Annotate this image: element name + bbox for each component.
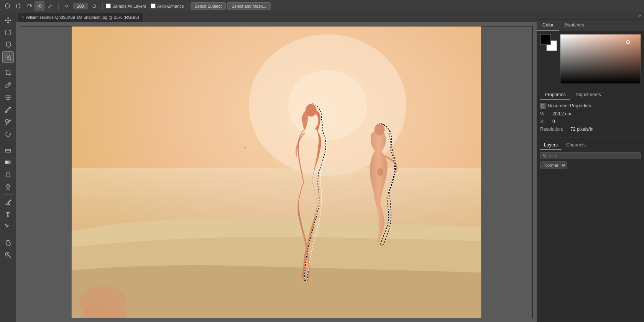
healing-tool[interactable] — [2, 92, 14, 103]
sample-all-layers-checkbox[interactable] — [106, 3, 111, 8]
doc-properties-row: Document Properties — [540, 103, 641, 109]
layers-tabbar: Layers Channels — [540, 141, 641, 150]
tool-sep-3 — [3, 194, 13, 195]
toolbar-sep-2 — [102, 2, 103, 10]
right-panel: « Color Swatches — [537, 12, 644, 322]
collapse-icon: « — [638, 13, 641, 19]
tool-sep-2 — [3, 142, 13, 142]
dodge-tool[interactable] — [2, 181, 14, 192]
svg-rect-38 — [560, 34, 641, 84]
color-swatches-tabbar: Color Swatches — [537, 20, 644, 31]
svg-point-11 — [7, 56, 9, 58]
properties-tabbar: Properties Adjustments — [540, 90, 641, 100]
brush-tool[interactable] — [2, 104, 14, 115]
color-gradient[interactable] — [560, 34, 641, 84]
x-value: 0 — [552, 119, 555, 124]
brush-size-plus[interactable] — [89, 1, 99, 11]
eyedropper-tool[interactable] — [2, 79, 14, 91]
main-area: T × william-recinos-Q — [0, 12, 644, 322]
size-control: 100 — [62, 1, 99, 11]
canvas-content[interactable] — [16, 22, 537, 322]
document-tab-title: william-recinos-Qnd9uX6d-sM-unsplash.jpg… — [26, 15, 139, 20]
blend-mode-row: Normal — [540, 161, 641, 169]
color-tab[interactable]: Color — [537, 20, 559, 31]
layers-tab[interactable]: Layers — [540, 141, 562, 150]
toolbar-sep-3 — [187, 2, 187, 10]
path-select-tool[interactable] — [2, 221, 14, 233]
channels-tab[interactable]: Channels — [562, 141, 590, 150]
svg-line-12 — [10, 59, 11, 60]
layers-panel: Layers Channels Normal — [537, 137, 644, 322]
resolution-label: Resolution: — [540, 127, 569, 132]
x-label: X: — [540, 119, 551, 124]
move-tool[interactable] — [2, 15, 14, 26]
svg-point-26 — [288, 70, 367, 141]
properties-tab[interactable]: Properties — [540, 90, 570, 100]
blend-mode-select[interactable]: Normal — [540, 161, 567, 169]
tool-sep-4 — [3, 235, 13, 235]
svg-point-41 — [543, 154, 546, 157]
svg-point-16 — [5, 119, 8, 122]
canvas-area: × william-recinos-Qnd9uX6d-sM-unsplash.j… — [16, 12, 537, 322]
history-tool[interactable] — [2, 128, 14, 140]
svg-line-6 — [51, 3, 52, 4]
toolbar-sep-1 — [58, 2, 59, 10]
brush-size-minus[interactable] — [62, 1, 72, 11]
svg-point-7 — [66, 5, 68, 7]
marquee-tool[interactable] — [2, 27, 14, 38]
svg-point-19 — [7, 184, 10, 187]
quick-sel-tool[interactable] — [2, 51, 14, 63]
brush-size-value[interactable]: 100 — [73, 3, 88, 10]
panel-collapse-btn[interactable]: « — [537, 12, 644, 20]
magnetic-lasso-btn[interactable] — [24, 1, 34, 11]
auto-enhance-checkbox[interactable] — [151, 3, 156, 8]
magic-wand-btn[interactable] — [45, 1, 55, 11]
layers-search-input[interactable] — [549, 153, 638, 158]
layers-search-box[interactable] — [540, 152, 641, 159]
blur-tool[interactable] — [2, 169, 14, 180]
adjustments-tab[interactable]: Adjustments — [571, 90, 606, 100]
lasso-tool-left[interactable] — [2, 39, 14, 51]
foreground-color-box[interactable] — [540, 34, 551, 45]
svg-point-36 — [244, 147, 246, 148]
svg-rect-18 — [5, 161, 11, 164]
svg-line-21 — [9, 256, 11, 258]
svg-line-13 — [8, 83, 10, 85]
tab-close-btn[interactable]: × — [22, 15, 24, 20]
clone-tool[interactable] — [2, 116, 14, 128]
pen-tool[interactable] — [2, 197, 14, 208]
fg-bg-color-selector[interactable] — [540, 34, 557, 51]
zoom-tool[interactable] — [2, 249, 14, 261]
svg-line-3 — [48, 5, 51, 8]
color-panel — [537, 31, 644, 87]
svg-rect-40 — [542, 104, 544, 107]
hand-tool[interactable] — [2, 237, 14, 248]
select-subject-button[interactable]: Select Subject — [191, 2, 226, 10]
sample-all-layers-label[interactable]: Sample All Layers — [106, 3, 146, 8]
select-mask-button[interactable]: Select and Mask... — [227, 2, 271, 10]
x-pos-row: X: 0 — [540, 119, 641, 124]
gradient-tool[interactable] — [2, 156, 14, 168]
tools-panel: T — [0, 12, 16, 322]
doc-icon[interactable] — [540, 103, 546, 109]
document-tab[interactable]: × william-recinos-Qnd9uX6d-sM-unsplash.j… — [18, 13, 143, 22]
swatches-tab[interactable]: Swatches — [559, 20, 590, 31]
svg-point-8 — [93, 5, 96, 8]
svg-point-33 — [306, 104, 317, 117]
resolution-value: 72 pixels/in — [570, 127, 593, 132]
width-value: 203.2 cm — [552, 111, 571, 117]
text-tool[interactable]: T — [2, 209, 14, 220]
svg-point-2 — [39, 5, 40, 7]
layers-search-icon — [543, 153, 547, 158]
lasso-tool-btn[interactable] — [2, 1, 12, 11]
crop-tool[interactable] — [2, 67, 14, 79]
properties-panel: Properties Adjustments Document Properti… — [537, 87, 644, 137]
auto-enhance-label[interactable]: Auto-Enhance — [151, 3, 184, 8]
width-row: W: 203.2 cm — [540, 111, 641, 117]
svg-line-42 — [546, 156, 547, 158]
quick-selection-btn[interactable] — [34, 1, 44, 11]
lasso-tool-group — [2, 1, 55, 11]
polygonal-lasso-btn[interactable] — [13, 1, 23, 11]
svg-rect-9 — [5, 31, 11, 34]
eraser-tool[interactable] — [2, 144, 14, 156]
